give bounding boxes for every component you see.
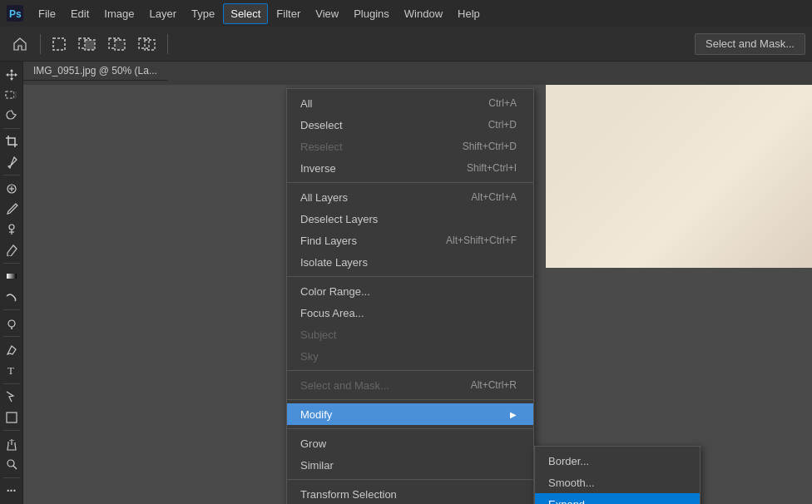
tool-crop[interactable] — [1, 132, 22, 151]
tool-hand[interactable] — [1, 434, 22, 453]
tool-smudge[interactable] — [1, 287, 22, 306]
main-layout: T ··· — [0, 62, 812, 504]
menu-bar: Ps File Edit Image Layer Type Select Fil… — [0, 0, 812, 27]
submenu-expand[interactable]: Expand... — [535, 493, 700, 504]
menu-section-4: Select and Mask... Alt+Ctrl+R — [287, 371, 533, 400]
menu-modify[interactable]: Modify ▶ — [287, 403, 533, 425]
menu-all-layers[interactable]: All Layers Alt+Ctrl+A — [287, 186, 533, 208]
menu-deselect-layers[interactable]: Deselect Layers — [287, 208, 533, 230]
menu-section-2: All Layers Alt+Ctrl+A Deselect Layers Fi… — [287, 183, 533, 277]
svg-marker-12 — [14, 91, 17, 98]
menu-plugins[interactable]: Plugins — [347, 4, 396, 23]
separator-1 — [40, 34, 41, 54]
tool-sep-8 — [3, 477, 20, 478]
svg-text:Ps: Ps — [9, 8, 22, 20]
menu-layer[interactable]: Layer — [143, 4, 184, 23]
menu-select[interactable]: Select — [223, 3, 268, 24]
menu-select-and-mask[interactable]: Select and Mask... Alt+Ctrl+R — [287, 374, 533, 396]
menu-all[interactable]: All Ctrl+A — [287, 92, 533, 114]
submenu-border[interactable]: Border... — [535, 450, 700, 472]
menu-find-layers[interactable]: Find Layers Alt+Shift+Ctrl+F — [287, 230, 533, 251]
menu-file[interactable]: File — [32, 4, 62, 23]
tool-pen[interactable] — [1, 340, 22, 359]
selection-mode-new[interactable] — [47, 32, 71, 56]
menu-transform-selection[interactable]: Transform Selection — [287, 483, 533, 504]
menu-view[interactable]: View — [309, 4, 345, 23]
tool-gradient[interactable] — [1, 266, 22, 285]
tool-eraser[interactable] — [1, 240, 22, 259]
menu-type[interactable]: Type — [185, 4, 221, 23]
tool-sep-5 — [3, 336, 20, 337]
menu-section-3: Color Range... Focus Area... Subject Sky — [287, 277, 533, 371]
menu-window[interactable]: Window — [398, 4, 449, 23]
submenu-smooth[interactable]: Smooth... — [535, 472, 700, 493]
menu-inverse[interactable]: Inverse Shift+Ctrl+I — [287, 157, 533, 179]
tool-brush[interactable] — [1, 200, 22, 219]
tool-more[interactable]: ··· — [1, 482, 22, 501]
left-toolbar: T ··· — [0, 62, 23, 504]
modify-arrow: ▶ — [510, 410, 517, 419]
options-toolbar: Select and Mask... — [0, 27, 812, 62]
select-and-mask-button[interactable]: Select and Mask... — [695, 33, 805, 55]
tool-move[interactable] — [1, 65, 22, 84]
tool-sep-1 — [3, 128, 20, 129]
selection-mode-subtract[interactable] — [104, 32, 131, 56]
menu-filter[interactable]: Filter — [270, 4, 307, 23]
tool-sep-4 — [3, 309, 20, 310]
svg-point-24 — [7, 460, 14, 467]
tool-eyedropper[interactable] — [1, 152, 22, 171]
tool-lasso[interactable] — [1, 106, 22, 125]
menu-deselect[interactable]: Deselect Ctrl+D — [287, 114, 533, 136]
svg-rect-7 — [139, 38, 149, 48]
canvas-image-preview — [546, 85, 812, 268]
menu-sky[interactable]: Sky — [287, 345, 533, 367]
menu-focus-area[interactable]: Focus Area... — [287, 302, 533, 324]
tool-selection[interactable] — [1, 85, 22, 104]
svg-point-20 — [8, 320, 15, 327]
svg-rect-23 — [7, 413, 17, 422]
selection-mode-intersect[interactable] — [134, 32, 161, 56]
tool-healing[interactable] — [1, 179, 22, 198]
svg-text:T: T — [7, 364, 14, 377]
tool-shape[interactable] — [1, 408, 22, 427]
svg-rect-19 — [7, 274, 17, 279]
separator-2 — [167, 34, 168, 54]
menu-similar[interactable]: Similar — [287, 454, 533, 476]
app-icon: Ps — [3, 2, 27, 25]
tool-clone[interactable] — [1, 220, 22, 239]
home-button[interactable] — [7, 32, 33, 56]
tool-sep-2 — [3, 175, 20, 175]
svg-line-25 — [13, 466, 17, 469]
canvas-area: IMG_0951.jpg @ 50% (La... All Ctrl+A Des… — [23, 62, 812, 504]
tool-sep-6 — [3, 383, 20, 384]
menu-section-6: Grow Similar — [287, 429, 533, 480]
tool-sep-7 — [3, 430, 20, 431]
svg-rect-11 — [6, 91, 14, 98]
menu-section-7: Transform Selection — [287, 480, 533, 504]
menu-help[interactable]: Help — [451, 4, 487, 23]
tool-path-selection[interactable] — [1, 388, 22, 407]
tool-text[interactable]: T — [1, 361, 22, 380]
tool-dodge[interactable] — [1, 314, 22, 333]
menu-subject[interactable]: Subject — [287, 324, 533, 345]
svg-rect-4 — [85, 40, 95, 50]
modify-submenu[interactable]: Border... Smooth... Expand... Contract..… — [534, 446, 701, 504]
select-menu[interactable]: All Ctrl+A Deselect Ctrl+D Reselect Shif… — [286, 88, 534, 504]
canvas-tab[interactable]: IMG_0951.jpg @ 50% (La... — [23, 62, 167, 81]
menu-image[interactable]: Image — [97, 4, 141, 23]
selection-mode-add[interactable] — [74, 32, 101, 56]
menu-reselect[interactable]: Reselect Shift+Ctrl+D — [287, 136, 533, 157]
tool-zoom[interactable] — [1, 455, 22, 474]
menu-section-5: Modify ▶ — [287, 400, 533, 429]
svg-rect-2 — [53, 38, 65, 50]
menu-section-1: All Ctrl+A Deselect Ctrl+D Reselect Shif… — [287, 89, 533, 183]
menu-isolate-layers[interactable]: Isolate Layers — [287, 251, 533, 273]
svg-point-16 — [9, 225, 14, 230]
tool-sep-3 — [3, 263, 20, 264]
svg-rect-6 — [115, 40, 125, 50]
menu-edit[interactable]: Edit — [64, 4, 96, 23]
menu-grow[interactable]: Grow — [287, 432, 533, 454]
menu-color-range[interactable]: Color Range... — [287, 280, 533, 302]
